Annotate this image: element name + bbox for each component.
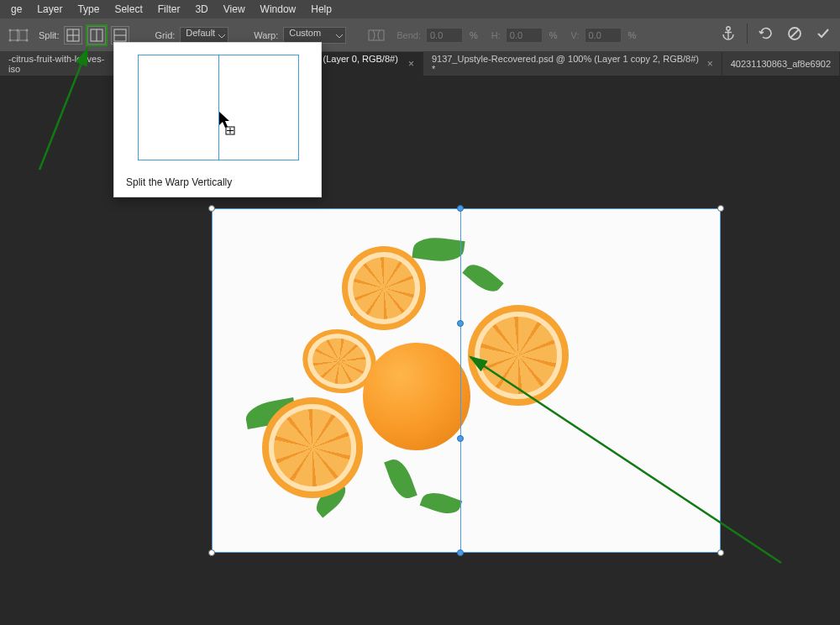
- tab-label: -citrus-fruit-with-leaves-iso: [8, 54, 115, 74]
- cancel-icon[interactable]: [785, 24, 805, 44]
- menu-item[interactable]: Help: [303, 3, 339, 15]
- warp-handle[interactable]: [717, 205, 724, 212]
- percent-unit: %: [549, 30, 558, 40]
- menu-item[interactable]: Layer: [29, 3, 70, 15]
- h-field: 0.0: [506, 28, 543, 43]
- grid-label: Grid:: [155, 30, 175, 40]
- anchor-icon[interactable]: [718, 24, 738, 44]
- menu-item[interactable]: 3D: [187, 3, 215, 15]
- separator: [747, 24, 748, 44]
- split-label: Split:: [39, 30, 59, 40]
- menu-item[interactable]: ge: [3, 3, 29, 15]
- warp-value: Custom: [289, 28, 321, 38]
- svg-point-3: [17, 29, 19, 31]
- tooltip-text: Split the Warp Vertically: [126, 176, 232, 188]
- percent-unit: %: [470, 30, 478, 40]
- warp-split-handle[interactable]: [457, 205, 464, 212]
- svg-rect-0: [10, 30, 18, 40]
- tab-label: s (Layer 0, RGB/8#) *: [316, 54, 403, 74]
- svg-point-4: [26, 29, 29, 31]
- warp-tool-icon[interactable]: [7, 24, 30, 47]
- svg-point-2: [9, 29, 12, 31]
- chevron-down-icon: [336, 32, 343, 42]
- warp-bounding-box[interactable]: [212, 208, 721, 553]
- document-tab[interactable]: 40231130863_af8e6902: [722, 52, 840, 76]
- svg-point-6: [17, 39, 19, 41]
- svg-line-20: [790, 29, 799, 38]
- grid-value: Default: [186, 28, 215, 38]
- svg-point-7: [26, 39, 29, 41]
- svg-point-5: [9, 39, 12, 41]
- warp-split-handle[interactable]: [457, 435, 464, 442]
- percent-unit: %: [628, 30, 637, 40]
- tooltip: Split the Warp Vertically: [113, 42, 322, 197]
- v-label: V:: [571, 30, 580, 40]
- warp-split-handle[interactable]: [457, 549, 464, 556]
- toolbar-right-group: [718, 24, 833, 44]
- menu-item[interactable]: Select: [107, 3, 150, 15]
- tooltip-preview: [138, 55, 299, 160]
- bend-field: 0.0: [426, 28, 463, 43]
- svg-point-16: [727, 27, 730, 30]
- close-icon[interactable]: ×: [408, 58, 414, 70]
- split-vertical-button[interactable]: [87, 26, 106, 45]
- warp-handle[interactable]: [717, 549, 724, 556]
- reset-icon[interactable]: [756, 24, 776, 44]
- h-label: H:: [491, 30, 501, 40]
- document-tab[interactable]: 9137_Upstyle-Recovered.psd @ 100% (Layer…: [423, 52, 722, 76]
- menubar: ge Layer Type Select Filter 3D View Wind…: [0, 0, 840, 18]
- warp-handle[interactable]: [208, 549, 215, 556]
- document-tab[interactable]: -citrus-fruit-with-leaves-iso: [0, 52, 124, 76]
- close-icon[interactable]: ×: [707, 58, 713, 70]
- v-field: 0.0: [585, 28, 622, 43]
- split-crosswise-button[interactable]: [64, 26, 82, 45]
- warp-label: Warp:: [254, 30, 278, 40]
- menu-item[interactable]: View: [216, 3, 253, 15]
- svg-rect-15: [369, 30, 384, 40]
- grid-select[interactable]: Default: [180, 27, 228, 44]
- warp-select[interactable]: Custom: [283, 27, 346, 44]
- tab-label: 9137_Upstyle-Recovered.psd @ 100% (Layer…: [432, 54, 702, 74]
- warp-split-line[interactable]: [460, 208, 461, 553]
- cursor-icon: [219, 112, 238, 139]
- svg-rect-1: [19, 30, 27, 40]
- menu-item[interactable]: Filter: [150, 3, 188, 15]
- warp-handle[interactable]: [208, 205, 215, 212]
- bend-label: Bend:: [396, 30, 421, 40]
- warp-split-handle[interactable]: [457, 320, 464, 327]
- tab-label: 40231130863_af8e6902: [731, 59, 831, 69]
- chevron-down-icon: [218, 32, 225, 42]
- commit-icon[interactable]: [813, 24, 833, 44]
- warp-orientation-icon[interactable]: [365, 24, 388, 47]
- menu-item[interactable]: Type: [70, 3, 107, 15]
- menu-item[interactable]: Window: [253, 3, 304, 15]
